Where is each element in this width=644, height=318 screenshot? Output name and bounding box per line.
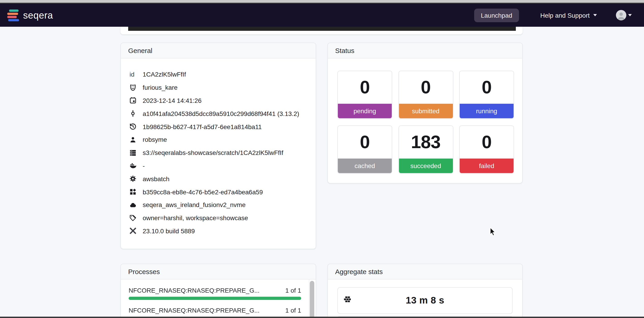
status-tile-running[interactable]: 0 running	[459, 71, 514, 119]
pending-label: pending	[338, 104, 392, 118]
cached-label: cached	[338, 158, 392, 173]
tags-icon	[128, 214, 137, 221]
processes-scrollbar[interactable]	[310, 280, 314, 318]
username-value: robsyme	[143, 136, 167, 143]
workdir-value: s3://seqeralabs-showcase/scratch/1CA2zlK…	[143, 149, 283, 156]
process-progress-bar	[128, 297, 301, 300]
status-tile-failed[interactable]: 0 failed	[459, 126, 514, 174]
brand-name: seqera	[23, 10, 53, 20]
general-row-session: 1b98625b-b627-417f-a5d7-6ee1a814ba11	[128, 120, 308, 133]
avatar	[616, 10, 626, 20]
general-card-body: id 1CA2zlK5lwFfIf furious_kare	[121, 58, 316, 238]
run-id-value: 1CA2zlK5lwFfIf	[143, 71, 186, 78]
status-tile-cached[interactable]: 0 cached	[338, 126, 392, 174]
status-card: Status 0 pending 0 submitted 0 running 0…	[328, 42, 523, 184]
status-grid: 0 pending 0 submitted 0 running 0 cached…	[328, 58, 522, 174]
general-row-labels: owner=harshil, workspace=showcase	[128, 212, 308, 225]
failed-label: failed	[460, 158, 514, 173]
process-task-count: 1 of 1	[285, 307, 301, 314]
walltime-value: 13 m 8 s	[406, 295, 444, 306]
docker-icon	[128, 162, 137, 169]
general-row-workdir: s3://seqeralabs-showcase/scratch/1CA2zlK…	[128, 146, 308, 160]
calendar-icon	[128, 97, 137, 104]
start-date-value: 2023-12-14 14:41:26	[143, 97, 202, 104]
process-name: NFCORE_RNASEQ:RNASEQ:PREPARE_G...	[128, 307, 260, 314]
window-top-edge	[0, 0, 644, 2]
commit-value: a10f41afa204538d5dcc89a5910c299d68f94f41…	[143, 110, 299, 117]
aggregate-stats-title: Aggregate stats	[335, 268, 383, 276]
nextflow-icon	[128, 228, 137, 234]
labels-value: owner=harshil, workspace=showcase	[143, 214, 248, 222]
submitted-label: submitted	[399, 104, 453, 118]
general-row-runname: furious_kare	[128, 81, 308, 94]
succeeded-label: succeeded	[399, 158, 453, 173]
launchpad-button[interactable]: Launchpad	[474, 8, 519, 22]
submitted-count: 0	[399, 71, 453, 104]
session-id-value: 1b98625b-b627-417f-a5d7-6ee1a814ba11	[143, 123, 262, 130]
general-row-executor: awsbatch	[128, 172, 308, 186]
compute-env-name-value: seqera_aws_ireland_fusionv2_nvme	[143, 201, 246, 208]
navbar-right: Launchpad Help and Support	[474, 8, 632, 22]
commit-icon	[128, 110, 137, 117]
general-row-id: id 1CA2zlK5lwFfIf	[128, 68, 308, 81]
processes-list: NFCORE_RNASEQ:RNASEQ:PREPARE_G... 1 of 1…	[121, 280, 316, 318]
general-card: General id 1CA2zlK5lwFfIf furious_kare	[120, 42, 316, 249]
chevron-down-icon	[628, 14, 632, 16]
general-row-commit: a10f41afa204538d5dcc89a5910c299d68f94f41…	[128, 107, 308, 120]
general-row-nextflow-version: 23.10.0 build 5889	[128, 224, 308, 238]
status-tile-submitted[interactable]: 0 submitted	[398, 71, 453, 119]
mask-icon	[128, 84, 137, 91]
status-tile-pending[interactable]: 0 pending	[338, 71, 392, 119]
aggregate-stats-card-header: Aggregate stats	[328, 264, 522, 280]
processes-card: Processes NFCORE_RNASEQ:RNASEQ:PREPARE_G…	[120, 264, 316, 318]
blocks-icon	[128, 188, 137, 195]
compute-env-id-value: b359cc8a-eb8e-4c76-b5e2-ed7a4bea6a59	[143, 188, 263, 196]
seqera-run-details-page: seqera Launchpad Help and Support	[0, 0, 644, 318]
window-bottom-border	[0, 317, 644, 318]
status-card-header: Status	[328, 43, 522, 58]
nextflow-version-value: 23.10.0 build 5889	[143, 228, 195, 235]
process-item[interactable]: NFCORE_RNASEQ:RNASEQ:PREPARE_G... 1 of 1	[128, 287, 301, 300]
running-count: 0	[460, 71, 514, 104]
user-menu[interactable]	[616, 10, 632, 20]
id-label: id	[128, 71, 137, 78]
history-icon	[128, 123, 137, 130]
processes-card-header: Processes	[121, 264, 316, 280]
walltime-stat-box: 13 m 8 s	[338, 287, 513, 314]
scrolled-card-remnant	[120, 27, 523, 35]
cloud-icon	[128, 202, 137, 208]
wall-bricks-icon	[344, 296, 351, 305]
process-task-count: 1 of 1	[285, 287, 301, 294]
general-row-user: robsyme	[128, 133, 308, 146]
container-value: -	[143, 162, 145, 170]
process-item[interactable]: NFCORE_RNASEQ:RNASEQ:PREPARE_G... 1 of 1	[128, 307, 301, 318]
help-and-support-menu[interactable]: Help and Support	[540, 12, 597, 19]
help-menu-label: Help and Support	[540, 12, 590, 19]
running-label: running	[460, 104, 514, 118]
scrollbar-thumb[interactable]	[310, 281, 314, 318]
succeeded-count: 183	[399, 126, 453, 158]
mouse-cursor	[490, 227, 496, 238]
pending-count: 0	[338, 71, 392, 104]
cached-count: 0	[338, 126, 392, 158]
top-navbar: seqera Launchpad Help and Support	[0, 4, 644, 27]
general-row-container: -	[128, 159, 308, 172]
general-title: General	[128, 47, 152, 54]
user-icon	[128, 136, 137, 143]
run-name-value: furious_kare	[143, 84, 178, 91]
seqera-logo-icon	[7, 9, 19, 21]
general-row-date: 2023-12-14 14:41:26	[128, 94, 308, 107]
general-card-header: General	[121, 43, 316, 58]
command-block-remnant	[128, 27, 516, 31]
gear-icon	[128, 176, 137, 182]
server-icon	[128, 149, 137, 156]
status-title: Status	[335, 47, 354, 54]
aggregate-stats-card: Aggregate stats 13 m 8 s	[328, 264, 523, 318]
executor-value: awsbatch	[143, 175, 170, 182]
processes-title: Processes	[128, 268, 160, 276]
seqera-logo[interactable]: seqera	[7, 9, 53, 21]
scrollbar-track-border	[309, 280, 309, 318]
person-icon	[616, 11, 626, 20]
status-tile-succeeded[interactable]: 183 succeeded	[398, 126, 453, 174]
failed-count: 0	[460, 126, 514, 158]
